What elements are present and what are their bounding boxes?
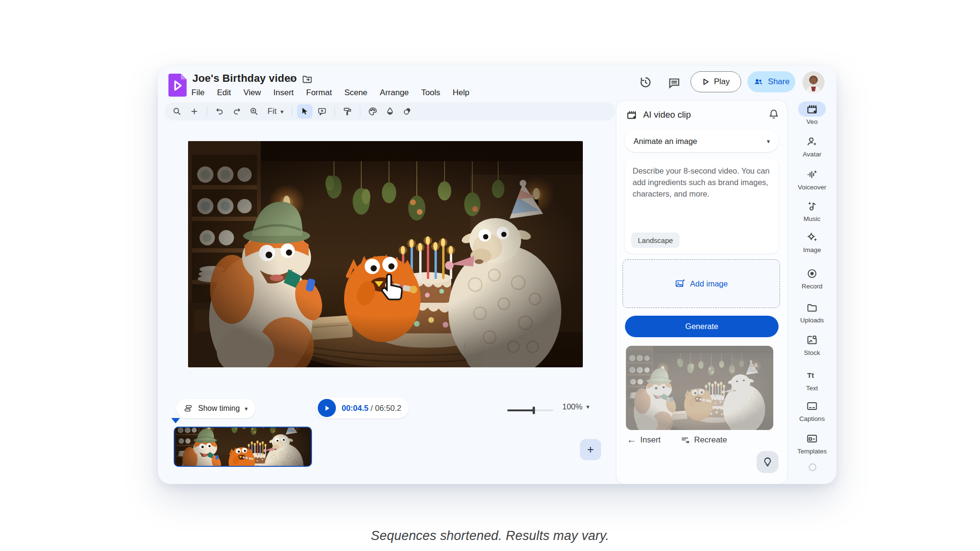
app-window: Joe's Birthday video ☆ File Edit View In… <box>158 66 836 484</box>
text-icon: Tt <box>802 368 823 383</box>
search-button[interactable] <box>169 104 185 119</box>
insert-button[interactable]: ← Insert <box>627 434 661 445</box>
panel-title: AI video clip <box>643 110 691 120</box>
timecode: 00:04.5 / 06:50.2 <box>342 404 401 413</box>
toolbar-divider <box>360 106 360 117</box>
sidebar-label: Image <box>803 246 821 253</box>
menu-scene[interactable]: Scene <box>345 88 368 98</box>
menu-file[interactable]: File <box>191 88 204 98</box>
undo-button[interactable] <box>212 104 227 119</box>
add-comment-button[interactable] <box>314 104 330 119</box>
add-scene-button[interactable]: + <box>580 439 601 460</box>
chevron-down-icon: ▾ <box>280 109 284 115</box>
current-time: 00:04.5 <box>342 404 368 412</box>
slider-handle[interactable] <box>533 407 535 414</box>
sidebar-label: Templates <box>797 448 827 455</box>
insert-add-button[interactable] <box>187 104 202 119</box>
sidebar-item-music[interactable]: Music <box>791 198 834 222</box>
menu-edit[interactable]: Edit <box>217 88 231 98</box>
thumbnail-fade-overlay <box>626 346 773 430</box>
sidebar-item-avatar[interactable]: Avatar <box>791 134 834 158</box>
shadow-button[interactable] <box>400 104 415 119</box>
play-button[interactable]: Play <box>690 71 741 92</box>
sidebar-item-record[interactable]: Record <box>791 266 834 290</box>
sidebar-label: Record <box>802 283 823 290</box>
menu-format[interactable]: Format <box>306 88 332 98</box>
mode-select-dropdown[interactable]: Animate an image ▾ <box>625 130 779 152</box>
show-timing-label: Show timing <box>198 404 240 413</box>
play-icon <box>323 405 331 412</box>
total-time: / 06:50.2 <box>368 404 401 412</box>
ai-clip-icon <box>626 109 637 121</box>
screen: Joe's Birthday video ☆ File Edit View In… <box>0 0 980 551</box>
move-folder-icon[interactable] <box>301 73 313 86</box>
image-icon <box>802 230 823 245</box>
version-history-icon[interactable] <box>639 76 652 89</box>
show-timing-dropdown[interactable]: Show timing ▾ <box>176 399 256 418</box>
templates-icon <box>802 431 823 446</box>
account-avatar[interactable] <box>802 71 824 93</box>
chevron-down-icon: ▾ <box>245 406 248 412</box>
paint-format-button[interactable] <box>340 104 355 119</box>
recreate-button[interactable]: Recreate <box>680 434 727 445</box>
fit-label: Fit <box>267 107 277 116</box>
menu-tools[interactable]: Tools <box>421 88 440 98</box>
sidebar-item-text[interactable]: Tt Text <box>791 368 834 392</box>
recreate-icon <box>680 435 690 445</box>
video-scene <box>188 141 583 367</box>
menu-view[interactable]: View <box>244 88 261 98</box>
zoom-level-dropdown[interactable]: 100% ▾ <box>562 402 590 411</box>
sidebar-item-veo[interactable]: Veo <box>791 101 834 125</box>
sidebar-item-uploads[interactable]: Uploads <box>791 300 834 324</box>
redo-button[interactable] <box>229 104 245 119</box>
aspect-ratio-chip[interactable]: Landscape <box>631 232 679 248</box>
mode-select-value: Animate an image <box>634 137 697 146</box>
timeline-zoom-slider[interactable] <box>507 407 553 414</box>
star-icon[interactable]: ☆ <box>287 74 296 84</box>
document-title[interactable]: Joe's Birthday video <box>192 72 297 85</box>
prompt-input[interactable] <box>625 159 779 221</box>
veo-icon <box>798 101 826 117</box>
fill-color-button[interactable] <box>365 104 380 119</box>
share-button-label: Share <box>768 77 790 87</box>
people-icon <box>753 77 764 87</box>
sidebar-item-stock[interactable]: Stock <box>791 332 834 356</box>
vids-logo[interactable] <box>168 74 187 97</box>
menu-help[interactable]: Help <box>453 88 469 98</box>
select-tool-button[interactable] <box>297 104 312 119</box>
sidebar-label: Avatar <box>803 151 822 158</box>
timeline-play-button[interactable] <box>318 399 336 417</box>
playhead-marker[interactable] <box>171 418 180 423</box>
transport-bar: 00:04.5 / 06:50.2 <box>316 397 409 419</box>
opacity-droplet-button[interactable] <box>382 104 398 119</box>
generated-clip-thumbnail[interactable] <box>626 346 773 430</box>
sidebar-item-captions[interactable]: Captions <box>791 398 834 422</box>
comment-icon[interactable] <box>668 77 681 90</box>
captions-icon <box>802 398 823 414</box>
generate-button[interactable]: Generate <box>625 316 779 337</box>
video-canvas[interactable] <box>188 141 583 367</box>
sidebar-label: Captions <box>799 415 824 422</box>
notifications-bell-icon[interactable] <box>768 108 780 121</box>
share-button[interactable]: Share <box>747 71 795 92</box>
music-icon <box>802 198 823 214</box>
sidebar-item-voiceover[interactable]: Voiceover <box>791 167 834 191</box>
add-image-button[interactable]: Add image <box>623 259 780 308</box>
tips-lightbulb-button[interactable] <box>757 451 779 473</box>
fit-zoom-select[interactable]: Fit ▾ <box>264 107 287 116</box>
panel-header: AI video clip <box>626 109 691 121</box>
sidebar-item-image[interactable]: Image <box>791 230 834 253</box>
sidebar-item-templates[interactable]: Templates <box>791 431 834 455</box>
pointer-hand-cursor <box>375 270 409 305</box>
avatar-icon <box>802 134 823 149</box>
toolbar-divider <box>334 106 335 117</box>
play-icon <box>702 78 710 86</box>
record-icon <box>802 266 823 281</box>
sidebar-label: Uploads <box>800 317 824 324</box>
sidebar-label: Text <box>806 385 818 392</box>
menu-arrange[interactable]: Arrange <box>380 88 409 98</box>
zoom-in-button[interactable] <box>246 104 262 119</box>
menu-insert[interactable]: Insert <box>273 88 294 98</box>
sidebar-label: Stock <box>804 349 820 356</box>
timeline-scene-thumbnail[interactable] <box>174 427 312 467</box>
